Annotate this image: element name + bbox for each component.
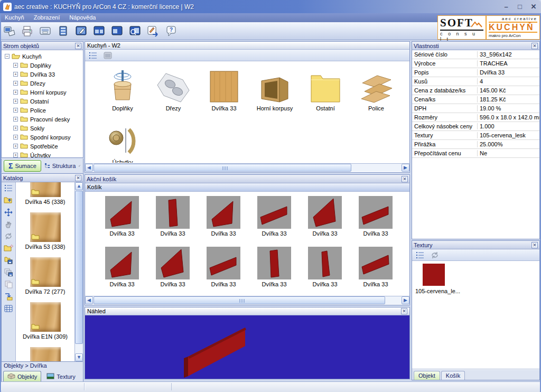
basket-item[interactable]: Dvířka 33 [401,196,409,237]
maximize-icon[interactable]: □ [516,3,524,11]
basket-item[interactable]: Dvířka 33 [300,196,350,237]
horizontal-scrollbar[interactable]: ◀ ▶ [85,163,409,172]
tab-objekt[interactable]: Objekt [414,371,440,380]
catalog-item[interactable]: Dvířka 53 (338) [16,212,74,250]
pointer-arrow-icon[interactable] [79,162,81,170]
tab-textury[interactable]: Textury [42,371,79,381]
folder-up-icon[interactable] [4,196,13,205]
tree-item-11[interactable]: +Úchytky [13,151,83,157]
tree-item-3[interactable]: +Dřezy [13,79,83,88]
scroll-up-icon[interactable]: ▲ [75,182,83,190]
list-view-icon[interactable] [4,184,13,193]
category-item[interactable]: Praco [403,70,409,111]
tab-košík[interactable]: Košík [441,371,465,380]
category-item[interactable]: Úchytky [98,124,147,163]
tree-item-8[interactable]: +Sokly [13,124,83,133]
property-value[interactable]: Ne [478,150,539,156]
expand-icon[interactable]: + [13,99,18,104]
expand-icon[interactable]: + [13,90,18,95]
save-icon[interactable] [38,24,52,38]
close-icon[interactable]: ✕ [75,43,81,49]
expand-icon[interactable]: + [13,81,18,86]
close-icon[interactable]: ✕ [531,242,538,248]
basket-item[interactable]: Dvířka 33 [249,196,300,237]
close-icon[interactable]: ✕ [531,43,538,49]
tree-root[interactable]: −Kuchyň [5,52,83,61]
expand-icon[interactable]: + [13,144,18,148]
scroll-down-icon[interactable]: ▼ [75,353,83,361]
category-item[interactable]: Horní korpusy [250,70,299,111]
tree-item-1[interactable]: +Doplňky [13,61,83,70]
tree-item-2[interactable]: +Dvířka 33 [13,70,83,79]
database-icon[interactable] [56,24,70,38]
minimize-icon[interactable]: – [502,3,510,11]
tree-item-6[interactable]: +Police [13,106,83,115]
scrollbar-thumb[interactable] [75,191,83,344]
basket-item[interactable]: Dvířka 33 [350,196,401,237]
category-item[interactable]: Dvířka 33 [200,70,248,111]
close-icon[interactable]: ✕ [401,308,407,314]
tree-item-10[interactable]: +Spotřebiče [13,142,83,151]
category-item[interactable]: Dřezy [149,70,198,111]
basket-item[interactable]: Dvířka 33 [198,196,249,237]
export-icon[interactable] [146,24,160,38]
image-edit-icon[interactable] [74,24,88,38]
close-icon[interactable]: ✕ [402,176,408,182]
property-value[interactable]: 33_596x142 [478,51,539,58]
import-icon[interactable] [4,293,13,302]
scrollbar-thumb[interactable] [94,164,351,172]
window-icon[interactable] [110,24,124,38]
refresh-icon[interactable] [429,250,441,260]
property-value[interactable]: 25.000% [478,141,539,147]
layout-icon[interactable] [92,24,106,38]
basket-item[interactable]: Dvířka 33 [198,247,249,287]
tree-item-4[interactable]: +Horní korpusy [13,88,83,97]
sumace-button[interactable]: Σ Sumace [4,160,41,172]
catalog-scrollbar[interactable]: ▲ ▼ [74,182,83,361]
tab-objekty[interactable]: Objekty [3,371,41,381]
list-view-icon[interactable] [414,250,426,260]
hand-icon[interactable] [5,221,12,229]
menu-item-1[interactable]: Kuchyň [0,13,29,22]
refresh-icon[interactable] [4,232,13,241]
expand-icon[interactable]: + [13,117,18,122]
property-value[interactable]: TRACHEA [478,60,539,67]
category-item[interactable]: Doplňky [98,70,147,111]
move-icon[interactable] [4,208,13,218]
scrollbar-thumb[interactable] [94,296,385,304]
scroll-left-icon[interactable]: ◀ [85,296,93,304]
expand-icon[interactable]: + [13,72,18,77]
catalog-item[interactable] [16,347,74,361]
basket-item[interactable]: Dvířka 33 [249,247,300,287]
help-icon[interactable]: ? [164,24,178,38]
texture-swatch[interactable] [423,264,445,286]
tree-item-7[interactable]: +Pracovní desky [13,115,83,124]
catalog-item[interactable]: Dvířka 45 (338) [16,182,74,205]
printer-icon[interactable] [20,24,34,38]
collapse-icon[interactable]: − [5,54,10,59]
basket-item[interactable]: Dvířka 33 [401,247,409,287]
scroll-right-icon[interactable]: ▶ [402,296,409,304]
property-value[interactable]: 19.00 % [478,105,539,111]
preview-3d-view[interactable] [85,315,409,379]
property-value[interactable]: 596.0 x 18.0 x 142.0 mm [478,114,539,120]
tree-item-5[interactable]: +Ostatní [13,97,83,106]
save-all-icon[interactable] [4,268,13,277]
catalog-item[interactable]: Dvířka E1N (309) [16,302,74,340]
info-icon[interactable] [102,51,114,60]
basket-item[interactable]: Dvířka 33 [97,247,147,287]
property-value[interactable]: 145.00 Kč [478,87,539,94]
property-value[interactable]: 1.000 [478,123,539,129]
expand-icon[interactable]: + [13,108,18,113]
horizontal-scrollbar[interactable]: ◀ ▶ [85,296,409,304]
menu-item-2[interactable]: Zobrazení [29,13,65,22]
scroll-right-icon[interactable]: ▶ [402,164,409,172]
new-folder-icon[interactable] [4,244,13,253]
basket-item[interactable]: Dvířka 33 [147,247,198,287]
expand-icon[interactable]: + [13,126,18,130]
property-value[interactable]: 181.25 Kč [478,96,539,102]
basket-item[interactable]: Dvířka 33 [300,247,350,287]
list-view-icon[interactable] [87,51,99,60]
close-icon[interactable]: ✕ [529,3,538,11]
basket-item[interactable]: Dvířka 33 [147,196,198,237]
